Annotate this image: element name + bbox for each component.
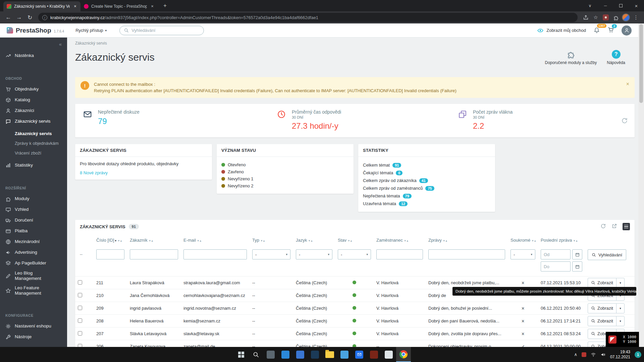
taskbar-app-icon[interactable] bbox=[381, 347, 396, 362]
sort-icons[interactable]: ▼▲ bbox=[531, 239, 536, 242]
new-messages-link[interactable]: 8 Nové zprávy bbox=[80, 170, 108, 175]
quick-access-dropdown[interactable]: Rychlý přístup ▾ bbox=[75, 28, 107, 33]
sidebar-item-design[interactable]: Vzhled bbox=[0, 204, 67, 215]
sidebar-item-leo-blog[interactable]: Leo Blog Management bbox=[0, 268, 67, 283]
filter-private-select[interactable]: -▾ bbox=[511, 249, 535, 259]
column-status[interactable]: Stav▼▲ bbox=[335, 233, 374, 247]
column-private[interactable]: Soukromé▼▲ bbox=[508, 233, 538, 247]
filter-customer-input[interactable] bbox=[130, 249, 178, 259]
column-last-message[interactable]: Poslední zpráva▼▲ bbox=[538, 233, 585, 247]
sidebar-subitem-merchandise-returns[interactable]: Vrácení zboží bbox=[0, 148, 67, 158]
sidebar-item-customers[interactable]: Zákazníci bbox=[0, 105, 67, 116]
taskbar-app-icon[interactable] bbox=[352, 347, 367, 362]
sort-icons[interactable]: ▼▲ bbox=[308, 239, 313, 242]
view-button[interactable]: Zobrazit▾ bbox=[588, 278, 625, 288]
filter-language-select[interactable]: -▾ bbox=[296, 249, 332, 259]
sort-icons[interactable]: ▼▲ bbox=[197, 239, 202, 242]
hidden-icons-chevron[interactable]: ∧ bbox=[574, 352, 577, 357]
refresh-icon[interactable] bbox=[621, 117, 628, 125]
taskbar-clock[interactable]: 19:43 07.12.2021 bbox=[610, 350, 630, 360]
sidebar-item-payment[interactable]: Platba bbox=[0, 226, 67, 236]
close-button[interactable]: × bbox=[629, 0, 644, 11]
browser-menu-icon[interactable]: ⋮ bbox=[631, 13, 641, 22]
sidebar-item-shop-settings[interactable]: Nastavení eshopu bbox=[0, 321, 67, 331]
file-explorer-icon[interactable] bbox=[322, 347, 337, 362]
taskbar-app-icon[interactable] bbox=[367, 347, 381, 362]
column-email[interactable]: E-mail▼▲ bbox=[181, 233, 250, 247]
extension-icon[interactable] bbox=[601, 13, 610, 22]
view-button[interactable]: Zobrazit▾ bbox=[588, 316, 625, 326]
breadcrumb[interactable]: Zákaznický servis bbox=[75, 41, 635, 46]
calendar-icon[interactable] bbox=[572, 249, 582, 259]
site-info-icon[interactable]: i bbox=[42, 15, 47, 20]
network-icon[interactable] bbox=[591, 352, 596, 357]
sidebar-item-tools[interactable]: Nástroje bbox=[0, 331, 67, 342]
sort-icons[interactable]: ▼▲ bbox=[404, 239, 409, 242]
page-scrollbar[interactable] bbox=[638, 23, 644, 347]
filter-email-input[interactable] bbox=[183, 249, 247, 259]
calendar-icon[interactable] bbox=[572, 261, 582, 272]
sidebar-item-customer-service[interactable]: Zákaznický servis bbox=[0, 116, 67, 127]
tab-close-icon[interactable]: × bbox=[72, 4, 78, 9]
minimize-button[interactable]: ─ bbox=[598, 0, 613, 11]
taskbar-app-icon[interactable] bbox=[308, 347, 322, 362]
back-button[interactable]: ← bbox=[3, 12, 13, 22]
volume-icon[interactable] bbox=[600, 352, 606, 357]
browser-tab-active[interactable]: Zákaznický servis • Krabičky VeH × bbox=[3, 1, 80, 11]
sidebar-item-pagebuilder[interactable]: Ap PageBuilder bbox=[0, 258, 67, 268]
forward-button[interactable]: → bbox=[14, 12, 24, 22]
row-checkbox[interactable] bbox=[78, 280, 82, 285]
row-checkbox[interactable] bbox=[78, 331, 82, 336]
bulk-actions[interactable]: -- bbox=[80, 252, 83, 257]
sidebar-item-orders[interactable]: Objednávky bbox=[0, 84, 67, 95]
scrollbar-thumb[interactable] bbox=[639, 24, 643, 103]
prestashop-logo[interactable]: PrestaShop 1.7.6.4 bbox=[7, 27, 64, 34]
filter-status-select[interactable]: -▾ bbox=[338, 249, 371, 259]
view-button-caret[interactable]: ▾ bbox=[616, 278, 624, 288]
row-checkbox[interactable] bbox=[78, 344, 82, 347]
bookmark-star-icon[interactable]: ☆ bbox=[591, 13, 600, 22]
share-icon[interactable] bbox=[581, 13, 590, 22]
sidebar-item-dashboard[interactable]: Nástěnka bbox=[0, 50, 67, 61]
filter-id-input[interactable] bbox=[96, 249, 124, 259]
sort-icons[interactable]: ▼▲ bbox=[573, 239, 578, 242]
recommended-modules-button[interactable]: Doporučené moduly a služby bbox=[545, 50, 597, 65]
column-customer[interactable]: Zákazník▼▲ bbox=[127, 233, 181, 247]
search-input[interactable] bbox=[131, 28, 200, 33]
alert-close-icon[interactable]: × bbox=[626, 81, 629, 87]
view-button-caret[interactable]: ▾ bbox=[616, 304, 624, 313]
maximize-button[interactable] bbox=[613, 0, 629, 11]
sidebar-subitem-order-messages[interactable]: Zprávy k objednávkám bbox=[0, 138, 67, 148]
sort-icons[interactable]: ▼▲ bbox=[117, 239, 122, 242]
sidebar-item-modules[interactable]: Moduly bbox=[0, 193, 67, 204]
taskbar-app-icon[interactable] bbox=[337, 347, 352, 362]
filter-employee-input[interactable] bbox=[376, 249, 423, 259]
sidebar-item-advertising[interactable]: Advertising bbox=[0, 247, 67, 258]
extensions-puzzle-icon[interactable] bbox=[611, 13, 621, 22]
browser-tab[interactable]: Create New Topic - PrestaShop F × bbox=[80, 1, 158, 11]
filter-search-button[interactable]: Vyhledávání bbox=[588, 249, 626, 260]
browser-profile-avatar[interactable] bbox=[621, 13, 631, 22]
taskbar-app-icon[interactable] bbox=[278, 347, 293, 362]
chrome-taskbar-icon[interactable] bbox=[396, 347, 411, 362]
address-bar[interactable]: i krabickynejennapotraviny.cz/admin937j5… bbox=[38, 13, 578, 22]
sort-icons[interactable]: ▼▲ bbox=[149, 239, 153, 242]
view-shop-link[interactable]: Zobrazit můj obchod bbox=[537, 27, 586, 34]
sidebar-item-international[interactable]: Mezinárodní bbox=[0, 236, 67, 247]
table-settings-icon[interactable] bbox=[623, 223, 630, 230]
new-tab-button[interactable]: + bbox=[160, 1, 170, 11]
taskbar-search-button[interactable] bbox=[249, 347, 263, 362]
column-messages[interactable]: Zprávy▼▲ bbox=[426, 233, 508, 247]
notifications-button[interactable]: 1307 bbox=[593, 26, 600, 35]
column-employee[interactable]: Zaměstnanec▼▲ bbox=[374, 233, 426, 247]
admin-search[interactable] bbox=[119, 26, 204, 35]
sort-icons[interactable]: ▼▲ bbox=[443, 239, 447, 242]
sidebar-subitem-customer-service[interactable]: Zákaznický servis bbox=[0, 129, 67, 138]
sidebar-item-leo-feature[interactable]: Leo Feature Management bbox=[0, 283, 67, 298]
filter-messages-input[interactable] bbox=[428, 249, 505, 259]
start-button[interactable] bbox=[234, 347, 249, 362]
sidebar-item-stats[interactable]: Statistiky bbox=[0, 160, 67, 171]
sort-icons[interactable]: ▼▲ bbox=[347, 239, 352, 242]
sidebar-item-shipping[interactable]: Doručení bbox=[0, 215, 67, 226]
tray-app-icon[interactable] bbox=[582, 352, 586, 357]
